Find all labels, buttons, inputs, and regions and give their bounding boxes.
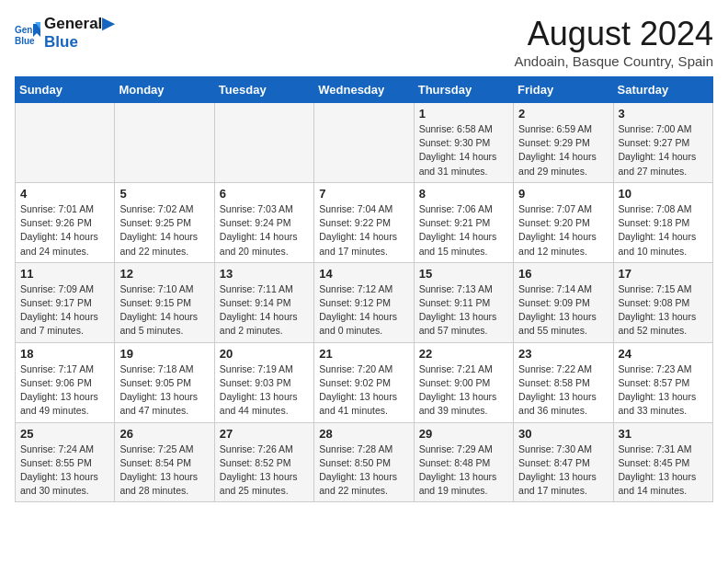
day-number: 1 (419, 107, 508, 121)
calendar-cell: 8Sunrise: 7:06 AM Sunset: 9:21 PM Daylig… (414, 182, 513, 262)
day-number: 7 (319, 187, 408, 201)
day-info: Sunrise: 7:07 AM Sunset: 9:20 PM Dayligh… (518, 202, 608, 259)
calendar-cell (115, 103, 214, 183)
logo: General Blue General▶ Blue (15, 15, 114, 52)
day-info: Sunrise: 7:24 AM Sunset: 8:55 PM Dayligh… (20, 442, 109, 499)
calendar-cell: 28Sunrise: 7:28 AM Sunset: 8:50 PM Dayli… (314, 422, 414, 502)
day-info: Sunrise: 7:22 AM Sunset: 8:58 PM Dayligh… (518, 362, 608, 419)
calendar-cell: 31Sunrise: 7:31 AM Sunset: 8:45 PM Dayli… (613, 422, 712, 502)
calendar-cell: 23Sunrise: 7:22 AM Sunset: 8:58 PM Dayli… (514, 342, 613, 422)
day-number: 20 (220, 347, 309, 361)
day-info: Sunrise: 7:21 AM Sunset: 9:00 PM Dayligh… (419, 362, 508, 419)
calendar-table: SundayMondayTuesdayWednesdayThursdayFrid… (15, 76, 713, 502)
calendar-cell: 19Sunrise: 7:18 AM Sunset: 9:05 PM Dayli… (115, 342, 214, 422)
day-number: 11 (20, 267, 109, 281)
weekday-header: Sunday (16, 77, 115, 103)
page-title: August 2024 (514, 15, 713, 53)
weekday-header: Friday (514, 77, 613, 103)
calendar-cell: 18Sunrise: 7:17 AM Sunset: 9:06 PM Dayli… (16, 342, 115, 422)
calendar-cell: 30Sunrise: 7:30 AM Sunset: 8:47 PM Dayli… (514, 422, 613, 502)
day-info: Sunrise: 7:11 AM Sunset: 9:14 PM Dayligh… (220, 282, 309, 339)
day-info: Sunrise: 7:20 AM Sunset: 9:02 PM Dayligh… (319, 362, 408, 419)
calendar-cell (214, 103, 313, 183)
day-number: 9 (518, 187, 608, 201)
calendar-cell: 10Sunrise: 7:08 AM Sunset: 9:18 PM Dayli… (613, 182, 712, 262)
day-info: Sunrise: 6:59 AM Sunset: 9:29 PM Dayligh… (518, 122, 608, 178)
calendar-body: 1Sunrise: 6:58 AM Sunset: 9:30 PM Daylig… (16, 103, 713, 502)
calendar-cell: 12Sunrise: 7:10 AM Sunset: 9:15 PM Dayli… (115, 262, 214, 342)
day-number: 27 (220, 427, 309, 441)
day-number: 6 (220, 187, 309, 201)
day-number: 22 (419, 347, 508, 361)
calendar-cell: 21Sunrise: 7:20 AM Sunset: 9:02 PM Dayli… (314, 342, 414, 422)
day-info: Sunrise: 7:09 AM Sunset: 9:17 PM Dayligh… (20, 282, 109, 339)
day-number: 3 (619, 107, 708, 121)
weekday-header: Saturday (613, 77, 712, 103)
day-number: 25 (20, 427, 109, 441)
day-info: Sunrise: 7:19 AM Sunset: 9:03 PM Dayligh… (220, 362, 309, 419)
weekday-header: Thursday (414, 77, 513, 103)
day-number: 28 (319, 427, 408, 441)
day-number: 2 (518, 107, 608, 121)
day-number: 30 (518, 427, 608, 441)
day-number: 8 (419, 187, 508, 201)
calendar-cell: 29Sunrise: 7:29 AM Sunset: 8:48 PM Dayli… (414, 422, 513, 502)
calendar-cell: 5Sunrise: 7:02 AM Sunset: 9:25 PM Daylig… (115, 182, 214, 262)
day-info: Sunrise: 7:01 AM Sunset: 9:26 PM Dayligh… (20, 202, 109, 259)
day-number: 4 (20, 187, 109, 201)
day-info: Sunrise: 7:00 AM Sunset: 9:27 PM Dayligh… (619, 122, 708, 178)
day-info: Sunrise: 7:13 AM Sunset: 9:11 PM Dayligh… (419, 282, 508, 339)
day-info: Sunrise: 7:25 AM Sunset: 8:54 PM Dayligh… (119, 442, 209, 499)
calendar-cell: 26Sunrise: 7:25 AM Sunset: 8:54 PM Dayli… (115, 422, 214, 502)
weekday-header: Monday (115, 77, 214, 103)
calendar-cell: 22Sunrise: 7:21 AM Sunset: 9:00 PM Dayli… (414, 342, 513, 422)
day-number: 17 (619, 267, 708, 281)
day-number: 24 (619, 347, 708, 361)
day-info: Sunrise: 7:02 AM Sunset: 9:25 PM Dayligh… (119, 202, 209, 259)
day-info: Sunrise: 7:08 AM Sunset: 9:18 PM Dayligh… (619, 202, 708, 259)
calendar-cell: 11Sunrise: 7:09 AM Sunset: 9:17 PM Dayli… (16, 262, 115, 342)
logo-icon: General Blue (15, 20, 40, 46)
calendar-cell: 1Sunrise: 6:58 AM Sunset: 9:30 PM Daylig… (414, 103, 513, 183)
day-info: Sunrise: 6:58 AM Sunset: 9:30 PM Dayligh… (419, 122, 508, 178)
title-block: August 2024 Andoain, Basque Country, Spa… (514, 15, 713, 69)
calendar-header: SundayMondayTuesdayWednesdayThursdayFrid… (16, 77, 713, 103)
calendar-cell: 6Sunrise: 7:03 AM Sunset: 9:24 PM Daylig… (214, 182, 313, 262)
calendar-cell: 20Sunrise: 7:19 AM Sunset: 9:03 PM Dayli… (214, 342, 313, 422)
day-number: 10 (619, 187, 708, 201)
logo-line2: Blue (44, 33, 114, 52)
day-number: 23 (518, 347, 608, 361)
day-number: 15 (419, 267, 508, 281)
calendar-cell (314, 103, 414, 183)
weekday-header: Wednesday (314, 77, 414, 103)
calendar-cell: 13Sunrise: 7:11 AM Sunset: 9:14 PM Dayli… (214, 262, 313, 342)
day-info: Sunrise: 7:15 AM Sunset: 9:08 PM Dayligh… (619, 282, 708, 339)
day-info: Sunrise: 7:30 AM Sunset: 8:47 PM Dayligh… (518, 442, 608, 499)
day-number: 21 (319, 347, 408, 361)
calendar-cell: 25Sunrise: 7:24 AM Sunset: 8:55 PM Dayli… (16, 422, 115, 502)
calendar-cell: 16Sunrise: 7:14 AM Sunset: 9:09 PM Dayli… (514, 262, 613, 342)
calendar-cell: 3Sunrise: 7:00 AM Sunset: 9:27 PM Daylig… (613, 103, 712, 183)
day-info: Sunrise: 7:10 AM Sunset: 9:15 PM Dayligh… (119, 282, 209, 339)
page-header: General Blue General▶ Blue August 2024 A… (15, 15, 713, 69)
day-number: 19 (119, 347, 209, 361)
calendar-cell: 27Sunrise: 7:26 AM Sunset: 8:52 PM Dayli… (214, 422, 313, 502)
day-info: Sunrise: 7:03 AM Sunset: 9:24 PM Dayligh… (220, 202, 309, 259)
weekday-header: Tuesday (214, 77, 313, 103)
calendar-cell (16, 103, 115, 183)
calendar-cell: 15Sunrise: 7:13 AM Sunset: 9:11 PM Dayli… (414, 262, 513, 342)
day-info: Sunrise: 7:31 AM Sunset: 8:45 PM Dayligh… (619, 442, 708, 499)
day-info: Sunrise: 7:06 AM Sunset: 9:21 PM Dayligh… (419, 202, 508, 259)
calendar-cell: 9Sunrise: 7:07 AM Sunset: 9:20 PM Daylig… (514, 182, 613, 262)
calendar-cell: 2Sunrise: 6:59 AM Sunset: 9:29 PM Daylig… (514, 103, 613, 183)
page-subtitle: Andoain, Basque Country, Spain (514, 53, 713, 69)
day-number: 5 (119, 187, 209, 201)
day-info: Sunrise: 7:17 AM Sunset: 9:06 PM Dayligh… (20, 362, 109, 419)
day-number: 18 (20, 347, 109, 361)
calendar-cell: 17Sunrise: 7:15 AM Sunset: 9:08 PM Dayli… (613, 262, 712, 342)
day-info: Sunrise: 7:18 AM Sunset: 9:05 PM Dayligh… (119, 362, 209, 419)
logo-line1: General▶ (44, 15, 114, 33)
day-info: Sunrise: 7:14 AM Sunset: 9:09 PM Dayligh… (518, 282, 608, 339)
day-info: Sunrise: 7:29 AM Sunset: 8:48 PM Dayligh… (419, 442, 508, 499)
day-number: 29 (419, 427, 508, 441)
